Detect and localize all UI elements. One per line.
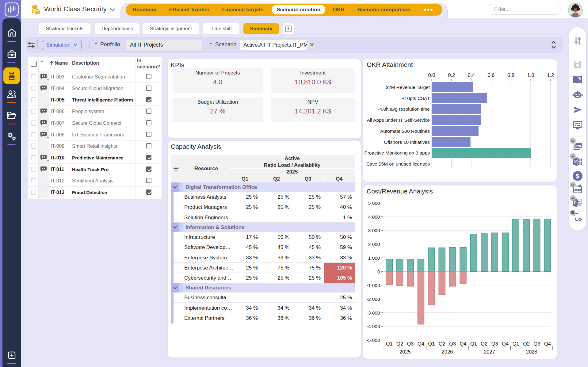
svg-text:0.4: 0.4 [468, 72, 475, 78]
svg-text:0: 0 [377, 269, 380, 274]
svg-text:Q2: Q2 [523, 341, 530, 346]
svg-text:-4 000: -4 000 [367, 324, 380, 329]
svg-text:Save $5M on unused licenses: Save $5M on unused licenses [366, 161, 430, 166]
svg-text:1.0: 1.0 [527, 72, 534, 78]
svg-text:-1 000: -1 000 [367, 283, 380, 288]
svg-text:0.6: 0.6 [487, 72, 494, 78]
svg-text:Q1: Q1 [512, 341, 519, 346]
svg-text:All Apps under IT Self-Service: All Apps under IT Self-Service [367, 117, 430, 123]
svg-text:-4.8h avg resolution time: -4.8h avg resolution time [378, 106, 430, 112]
svg-text:0.8: 0.8 [507, 72, 514, 78]
svg-text:Q1: Q1 [428, 341, 435, 346]
svg-text:Automate 200 Routines: Automate 200 Routines [380, 128, 430, 134]
svg-text:Q4: Q4 [544, 341, 551, 346]
svg-text:$2M Revenue Target: $2M Revenue Target [386, 85, 430, 90]
svg-text:-2 000: -2 000 [367, 296, 380, 302]
svg-text:Q1: Q1 [470, 341, 477, 346]
svg-text:3 000: 3 000 [368, 228, 380, 233]
svg-text:2025: 2025 [399, 349, 411, 354]
svg-text:PDF: PDF [576, 144, 582, 148]
svg-text:Q4: Q4 [418, 341, 424, 346]
svg-text:Offshore 10 Initiatives: Offshore 10 Initiatives [384, 140, 430, 145]
svg-text:0.0: 0.0 [428, 72, 435, 78]
svg-text:2 000: 2 000 [368, 242, 380, 247]
svg-text:Q2: Q2 [396, 341, 403, 346]
svg-text:Q2: Q2 [439, 341, 445, 346]
svg-text:Q2: Q2 [481, 341, 487, 346]
svg-text:Q3: Q3 [491, 341, 498, 346]
svg-text:-5 000: -5 000 [367, 338, 380, 343]
svg-text:0.2: 0.2 [448, 72, 455, 78]
svg-text:$: $ [576, 172, 579, 180]
svg-text:-3 000: -3 000 [367, 310, 380, 315]
svg-text:Q3: Q3 [449, 341, 456, 346]
svg-text:2028: 2028 [526, 349, 537, 354]
svg-text:Q3: Q3 [407, 341, 414, 346]
svg-text:Q1: Q1 [386, 341, 393, 346]
svg-text:+10pts CSAT: +10pts CSAT [402, 96, 430, 101]
svg-text:X: X [574, 159, 577, 164]
svg-text:Q3: Q3 [533, 341, 540, 346]
svg-text:Proactive Monitoring on 3 apps: Proactive Monitoring on 3 apps [364, 150, 430, 155]
svg-text:2027: 2027 [484, 349, 495, 354]
svg-text:Q4: Q4 [460, 341, 466, 346]
svg-text:1 000: 1 000 [368, 255, 380, 261]
svg-text:P: P [574, 201, 577, 205]
svg-text:5 000: 5 000 [368, 201, 380, 206]
svg-text:2026: 2026 [442, 349, 453, 354]
svg-text:Q4: Q4 [502, 341, 509, 346]
svg-text:1.2: 1.2 [547, 72, 554, 78]
svg-text:4 000: 4 000 [368, 214, 380, 220]
